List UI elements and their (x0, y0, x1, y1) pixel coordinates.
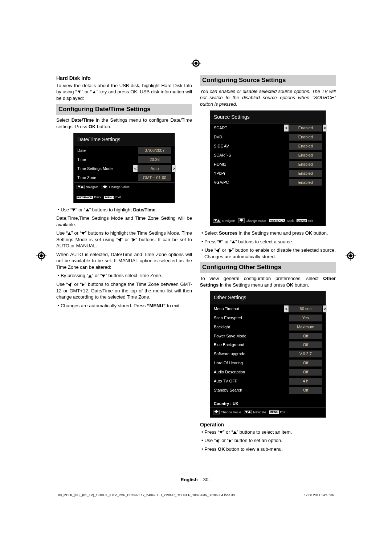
datetime-p2: Use “” or “” buttons to highlight the Ti… (56, 230, 192, 249)
datetime-bullet-2: • By pressing “” or “” buttons select Ti… (56, 272, 192, 279)
osd-row: Date07/06/2007 (74, 146, 175, 155)
operation-bullet-2: • Use “” or “” button to set an option. (200, 437, 336, 444)
osd-row-value: Yes (289, 315, 322, 321)
datetime-bullet-1: • Use “” or “” buttons to highlight Date… (56, 207, 192, 213)
datetime-p4: Use “” or “” buttons to change the Time … (56, 281, 192, 300)
osd-row: Power Save ModeOff (210, 332, 326, 341)
osd-row: Time20:26 (74, 155, 175, 164)
datetime-p1: Date,Time,Time Settings Mode and Time Zo… (56, 215, 192, 228)
source-bullet-1: • Select Sources in the Settings menu an… (200, 230, 336, 236)
osd-row: Menu Timeout60 sec (210, 304, 326, 313)
osd-row-label: Power Save Mode (214, 333, 289, 339)
datetime-osd-title: Date/Time Settings (74, 133, 175, 146)
source-bullet-3: • Use “” or “” button to enable or disab… (200, 247, 336, 260)
osd-row-value: V.0.2.7 (289, 351, 322, 357)
osd-row: Time Settings ModeAuto (74, 164, 175, 173)
source-heading: Configuring Source Settings (200, 75, 336, 86)
osd-row: SCARTEnabled (210, 123, 326, 133)
osd-row: Blue BackgroundOff (210, 340, 326, 349)
osd-row-label: Date (77, 148, 138, 153)
source-note: You can enables or disable selected sour… (200, 88, 336, 108)
other-intro: To view general configuration preference… (200, 275, 336, 288)
datetime-intro: Select Date/Time in the Settings menu to… (56, 117, 192, 130)
datetime-heading: Configuring Date/Time Settings (56, 104, 192, 115)
osd-row-label: SCART-S (214, 153, 289, 158)
other-osd-title: Other Settings (210, 291, 326, 304)
osd-row-label: Time Zone (77, 175, 138, 181)
osd-row-value: Off (289, 333, 322, 340)
print-footer: 00_MB60_[GB]_(01_TV)_1910UK_IDTV_PVR_BRO… (58, 493, 334, 497)
right-column: Configuring Source Settings You can enab… (200, 73, 336, 454)
osd-row-value: Off (289, 369, 322, 376)
osd-row-label: VGA/PC (214, 180, 289, 185)
osd-row: Standby SearchOff (210, 386, 326, 395)
registration-mark-right (346, 251, 356, 261)
datetime-osd-footer: Navigate Change Value RET/BACKBack MENUE… (74, 182, 175, 203)
other-osd: Other Settings Menu Timeout60 secScan En… (210, 291, 326, 418)
osd-row: SCART-SEnabled (210, 151, 326, 160)
osd-row-label: Scan Encrypted (214, 315, 289, 321)
down-arrow-icon (72, 208, 75, 211)
osd-row-value: 60 sec (289, 305, 322, 312)
osd-row-value: Off (289, 360, 322, 366)
page-footer: English - 30 - (0, 477, 392, 482)
osd-row: DVDEnabled (210, 133, 326, 142)
other-heading: Configuring Other Settings (200, 262, 336, 273)
osd-row-value: Enabled (289, 152, 322, 159)
osd-row-value: Off (289, 387, 322, 394)
datetime-bullet-3: • Changes are automatically stored. Pres… (56, 303, 192, 309)
print-date: 17.08.2011 14:10:36 (304, 493, 334, 497)
osd-row-label: Software upgrade (214, 351, 289, 357)
osd-row-label: SIDE AV (214, 143, 289, 149)
other-osd-footer: Change Value Navigate MENUExit (210, 407, 326, 417)
osd-row-label: Time (77, 157, 138, 162)
osd-row: Hard Of HearingOff (210, 358, 326, 368)
osd-row-value: Off (289, 341, 322, 348)
osd-row-label: Audio Description (214, 369, 289, 375)
osd-row-value: GMT + 01:00 (138, 174, 171, 181)
datetime-osd: Date/Time Settings Date07/06/2007Time20:… (73, 133, 175, 203)
up-arrow-icon (86, 208, 89, 211)
osd-row-label: YPbPr (214, 171, 289, 176)
osd-row-label: Blue Background (214, 342, 289, 348)
osd-row-label: Backlight (214, 324, 289, 330)
source-osd-footer: Navigate Change Value RET/BACKBack MENUE… (210, 216, 326, 226)
osd-row-value: Enabled (289, 179, 322, 186)
osd-row-label: Auto TV OFF (214, 378, 289, 384)
osd-row: Scan EncryptedYes (210, 313, 326, 323)
operation-bullet-3: • Press OK button to view a sub-menu. (200, 446, 336, 453)
left-column: Hard Disk Info To view the details about… (56, 73, 192, 454)
hard-disk-heading: Hard Disk Info (56, 75, 192, 82)
datetime-p3: When AUTO is selected, Date/Time and Tim… (56, 251, 192, 271)
osd-row: Auto TV OFF4 h (210, 377, 326, 386)
registration-mark-left (36, 251, 46, 261)
osd-row-value: 4 h (289, 378, 322, 385)
osd-row: Software upgradeV.0.2.7 (210, 349, 326, 358)
osd-row-label: SCART (214, 125, 289, 131)
print-file: 00_MB60_[GB]_(01_TV)_1910UK_IDTV_PVR_BRO… (58, 493, 235, 497)
source-osd-title: Source Settings (210, 111, 326, 124)
registration-mark-top (191, 58, 201, 68)
osd-row: VGA/PCEnabled (210, 178, 326, 187)
osd-row-value: 20:26 (138, 156, 171, 163)
osd-row-value: Enabled (289, 143, 322, 150)
osd-row-value: Enabled (289, 134, 322, 141)
osd-row-label: HDMI1 (214, 162, 289, 167)
osd-row-value: Enabled (289, 161, 322, 168)
osd-row-value: Enabled (289, 125, 322, 131)
osd-row-label: Standby Search (214, 388, 289, 393)
osd-row: Time ZoneGMT + 01:00 (74, 173, 175, 182)
osd-row-value: Maximum (289, 324, 322, 331)
osd-row-label: Hard Of Hearing (214, 360, 289, 366)
osd-row-label: Time Settings Mode (77, 166, 138, 171)
osd-row-value: 07/06/2007 (138, 147, 171, 154)
osd-row-value: Enabled (289, 170, 322, 177)
osd-row: SIDE AVEnabled (210, 142, 326, 151)
operation-heading: Operation (200, 421, 336, 428)
osd-row: YPbPrEnabled (210, 169, 326, 178)
other-country: Country : UK (214, 401, 322, 406)
osd-row: Audio DescriptionOff (210, 368, 326, 377)
operation-bullet-1: • Press “” or “” buttons to select an it… (200, 429, 336, 436)
osd-row: HDMI1Enabled (210, 160, 326, 169)
hard-disk-body: To view the details about the USB disk, … (56, 82, 192, 102)
